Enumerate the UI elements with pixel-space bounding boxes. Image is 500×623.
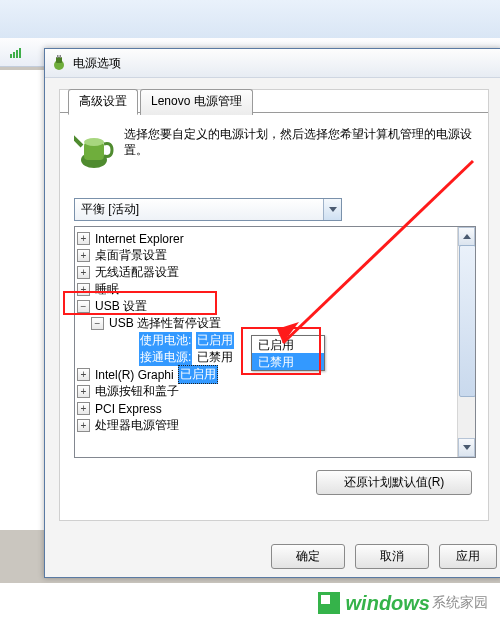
tree-key-plugged: 接通电源: xyxy=(139,349,192,366)
tree-item-desktop-bg[interactable]: +桌面背景设置 xyxy=(77,247,473,264)
scroll-up-button[interactable] xyxy=(458,227,475,246)
plan-value: 平衡 [活动] xyxy=(75,201,323,218)
tree-item-power-buttons[interactable]: +电源按钮和盖子 xyxy=(77,383,473,400)
tree-item-sleep[interactable]: +睡眠 xyxy=(77,281,473,298)
restore-defaults-button[interactable]: 还原计划默认值(R) xyxy=(316,470,472,495)
svg-rect-7 xyxy=(60,55,62,58)
svg-rect-1 xyxy=(13,52,15,58)
svg-rect-5 xyxy=(56,57,62,63)
site-footer: windows 系统家园 xyxy=(0,583,500,623)
power-icon xyxy=(51,55,67,71)
value-dropdown[interactable]: 已启用 已禁用 xyxy=(251,335,325,371)
expand-icon[interactable]: + xyxy=(77,368,90,381)
tree-item-wireless[interactable]: +无线适配器设置 xyxy=(77,264,473,281)
expand-icon[interactable]: + xyxy=(77,266,90,279)
tree-key-battery: 使用电池: xyxy=(139,332,192,349)
tree-item-pci-express[interactable]: +PCI Express xyxy=(77,400,473,417)
ok-button[interactable]: 确定 xyxy=(271,544,345,569)
logo-icon xyxy=(318,592,340,614)
tree-val-plugged: 已禁用 xyxy=(196,349,234,366)
svg-rect-0 xyxy=(10,54,12,58)
svg-rect-3 xyxy=(19,48,21,58)
tree-item-cpu-power[interactable]: +处理器电源管理 xyxy=(77,417,473,434)
tab-advanced[interactable]: 高级设置 xyxy=(68,89,138,115)
expand-icon[interactable]: + xyxy=(77,385,90,398)
logo-brand: windows xyxy=(346,592,430,615)
power-options-dialog: 电源选项 高级设置 Lenovo 电源管理 选择您要自定义的电源计划，然后选择您… xyxy=(44,48,500,578)
tree-val-graphics: 已启用 xyxy=(178,365,218,384)
scrollbar-vertical[interactable] xyxy=(457,227,475,457)
intro-text: 选择您要自定义的电源计划，然后选择您希望计算机管理的电源设置。 xyxy=(124,126,474,170)
browser-toolbar xyxy=(0,0,500,39)
expand-icon[interactable]: + xyxy=(77,402,90,415)
svg-point-10 xyxy=(84,138,104,146)
page-background xyxy=(0,70,45,530)
collapse-icon[interactable]: − xyxy=(77,300,90,313)
tree-item-usb[interactable]: −USB 设置 xyxy=(77,298,473,315)
plan-combobox[interactable]: 平衡 [活动] xyxy=(74,198,342,221)
apply-button[interactable]: 应用 xyxy=(439,544,497,569)
expand-icon[interactable]: + xyxy=(77,249,90,262)
dialog-title: 电源选项 xyxy=(73,55,121,72)
tree-item-ie[interactable]: +Internet Explorer xyxy=(77,230,473,247)
watering-can-icon xyxy=(74,126,114,170)
cancel-button[interactable]: 取消 xyxy=(355,544,429,569)
svg-rect-2 xyxy=(16,50,18,58)
scroll-down-button[interactable] xyxy=(458,438,475,457)
dialog-panel: 高级设置 Lenovo 电源管理 选择您要自定义的电源计划，然后选择您希望计算机… xyxy=(59,89,489,521)
wifi-icon xyxy=(10,46,24,58)
svg-rect-6 xyxy=(57,55,59,58)
dialog-button-row: 确定 取消 应用 xyxy=(45,544,500,569)
dialog-titlebar[interactable]: 电源选项 xyxy=(45,49,500,78)
dropdown-option-disabled[interactable]: 已禁用 xyxy=(252,353,324,370)
collapse-icon[interactable]: − xyxy=(91,317,104,330)
intro-row: 选择您要自定义的电源计划，然后选择您希望计算机管理的电源设置。 xyxy=(74,126,474,170)
chevron-down-icon[interactable] xyxy=(323,199,341,220)
settings-tree: +Internet Explorer +桌面背景设置 +无线适配器设置 +睡眠 … xyxy=(74,226,476,458)
tab-lenovo[interactable]: Lenovo 电源管理 xyxy=(140,89,253,115)
dropdown-option-enabled[interactable]: 已启用 xyxy=(252,336,324,353)
tree-val-battery: 已启用 xyxy=(196,332,234,349)
scroll-thumb[interactable] xyxy=(459,245,476,397)
logo-sub: 系统家园 xyxy=(432,594,488,612)
expand-icon[interactable]: + xyxy=(77,419,90,432)
tree-item-usb-suspend[interactable]: −USB 选择性暂停设置 xyxy=(77,315,473,332)
expand-icon[interactable]: + xyxy=(77,283,90,296)
tab-strip: 高级设置 Lenovo 电源管理 xyxy=(68,88,255,114)
expand-icon[interactable]: + xyxy=(77,232,90,245)
